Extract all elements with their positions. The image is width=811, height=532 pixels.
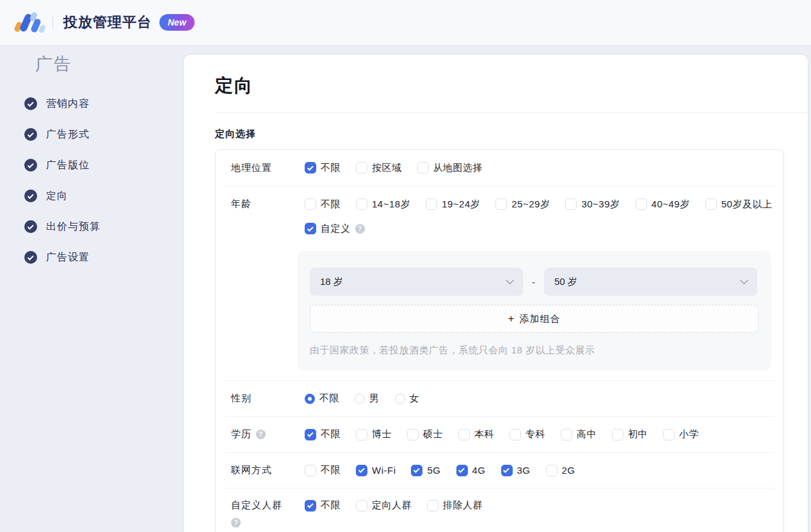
check-circle-icon xyxy=(24,128,37,141)
checkbox-icon xyxy=(561,429,572,440)
checkbox-label: 40~49岁 xyxy=(652,198,690,211)
sidebar-step-item[interactable]: 广告版位 xyxy=(24,150,183,181)
checkbox-icon xyxy=(305,500,316,512)
checkbox-option[interactable]: 25~29岁 xyxy=(495,198,550,211)
checkbox-icon xyxy=(417,162,429,173)
checkbox-label: 不限 xyxy=(321,162,341,174)
checkbox-icon xyxy=(426,198,437,210)
checkbox-label: 不限 xyxy=(321,464,341,476)
checkbox-icon xyxy=(565,198,577,210)
checkbox-option[interactable]: 定向人群 xyxy=(356,499,412,512)
checkbox-label: 排除人群 xyxy=(443,499,483,512)
checkbox-label: 不限 xyxy=(321,499,341,512)
check-circle-icon xyxy=(24,97,37,110)
checkbox-option[interactable]: 不限 xyxy=(305,198,341,211)
sidebar-step-label: 广告设置 xyxy=(46,251,90,264)
age-from-select[interactable]: 18 岁 xyxy=(310,268,523,296)
radio-option[interactable]: 女 xyxy=(395,392,420,405)
checkbox-option[interactable]: 2G xyxy=(546,465,575,476)
checkbox-label: 专科 xyxy=(526,428,545,440)
checkbox-icon xyxy=(411,465,422,476)
sidebar-step-item[interactable]: 广告形式 xyxy=(24,119,183,150)
checkbox-label: 按区域 xyxy=(372,162,402,174)
help-icon[interactable]: ? xyxy=(231,518,241,528)
sidebar-step-item[interactable]: 营销内容 xyxy=(24,88,183,119)
app-title: 投放管理平台 xyxy=(63,13,152,32)
checkbox-option[interactable]: 不限 xyxy=(305,499,341,512)
checkbox-option[interactable]: 按区域 xyxy=(356,162,402,174)
checkbox-option[interactable]: 不限 xyxy=(305,428,341,440)
radio-option[interactable]: 不限 xyxy=(305,392,339,405)
sidebar-step-list: 营销内容 广告形式 广告版位 定向 出价与预算 广告设置 xyxy=(24,88,183,273)
checkbox-label: 2G xyxy=(562,465,575,476)
age-from-value: 18 岁 xyxy=(320,276,343,288)
check-circle-icon xyxy=(24,220,37,233)
radio-icon xyxy=(395,394,405,404)
checkbox-option[interactable]: 高中 xyxy=(561,428,597,440)
checkbox-option[interactable]: 初中 xyxy=(612,428,648,440)
checkbox-option[interactable]: 小学 xyxy=(663,428,699,440)
checkbox-option[interactable]: 30~39岁 xyxy=(565,198,620,211)
checkbox-option[interactable]: 不限 xyxy=(305,464,341,476)
checkbox-option[interactable]: 5G xyxy=(411,465,440,476)
help-icon[interactable]: ? xyxy=(256,430,266,439)
range-separator: - xyxy=(532,277,535,287)
checkbox-label: 3G xyxy=(517,465,531,476)
checkbox-option[interactable]: 3G xyxy=(501,465,531,476)
radio-label: 不限 xyxy=(319,392,339,405)
checkbox-label: 4G xyxy=(472,465,486,476)
checkbox-option-custom[interactable]: 自定义 xyxy=(305,223,351,235)
chevron-down-icon xyxy=(506,276,514,284)
radio-label: 男 xyxy=(369,392,380,405)
chevron-down-icon xyxy=(740,276,748,284)
checkbox-option[interactable]: 14~18岁 xyxy=(356,198,410,211)
checkbox-option[interactable]: 排除人群 xyxy=(427,499,483,512)
sidebar-step-item[interactable]: 出价与预算 xyxy=(24,211,183,242)
checkbox-icon xyxy=(612,429,623,440)
checkbox-option[interactable]: 19~24岁 xyxy=(426,198,480,211)
checkbox-icon xyxy=(456,465,468,476)
checkbox-option[interactable]: 从地图选择 xyxy=(417,162,483,174)
checkbox-label: 不限 xyxy=(321,198,341,211)
education-options: 不限 博士 硕士 本科 专科 xyxy=(305,428,699,440)
checkbox-icon xyxy=(356,465,367,476)
sidebar-step-label: 营销内容 xyxy=(46,97,90,111)
header-divider xyxy=(52,15,53,29)
checkbox-option[interactable]: Wi-Fi xyxy=(356,465,396,476)
checkbox-icon xyxy=(356,198,367,210)
app-header: 投放管理平台 New xyxy=(0,0,811,45)
sidebar-step-label: 广告版位 xyxy=(46,159,90,172)
checkbox-option[interactable]: 50岁及以上 xyxy=(705,198,773,211)
row-label: 学历 ? xyxy=(231,428,305,440)
checkbox-icon xyxy=(356,500,367,512)
age-to-value: 50 岁 xyxy=(554,276,577,288)
row-label: 自定义人群 ? xyxy=(231,499,305,528)
radio-option[interactable]: 男 xyxy=(355,392,380,405)
checkbox-option[interactable]: 40~49岁 xyxy=(636,198,690,211)
checkbox-icon xyxy=(356,162,367,173)
age-custom-line: 自定义 ? xyxy=(305,220,775,237)
sidebar-step-item[interactable]: 定向 xyxy=(24,181,183,211)
help-icon[interactable]: ? xyxy=(355,224,365,234)
checkbox-icon xyxy=(495,198,507,210)
check-circle-icon xyxy=(24,251,37,264)
section-title: 定向选择 xyxy=(215,128,808,140)
geo-options: 不限 按区域 从地图选择 xyxy=(305,162,483,174)
checkbox-option[interactable]: 硕士 xyxy=(407,428,443,440)
checkbox-label: 初中 xyxy=(628,428,648,440)
checkbox-option[interactable]: 本科 xyxy=(458,428,494,440)
checkbox-option[interactable]: 专科 xyxy=(510,428,545,440)
checkbox-option[interactable]: 4G xyxy=(456,465,486,476)
add-combination-button[interactable]: + 添加组合 xyxy=(310,305,759,333)
checkbox-label: 硕士 xyxy=(423,428,443,440)
age-to-select[interactable]: 50 岁 xyxy=(544,268,757,296)
app-logo-icon xyxy=(14,10,45,35)
checkbox-option[interactable]: 博士 xyxy=(356,428,392,440)
row-education: 学历 ? 不限 博士 硕士 xyxy=(225,416,775,452)
title-divider xyxy=(215,112,808,113)
checkbox-icon xyxy=(501,465,513,476)
checkbox-icon xyxy=(546,465,558,476)
sidebar-step-item[interactable]: 广告设置 xyxy=(24,242,183,273)
checkbox-icon xyxy=(636,198,647,210)
checkbox-option[interactable]: 不限 xyxy=(305,162,341,174)
